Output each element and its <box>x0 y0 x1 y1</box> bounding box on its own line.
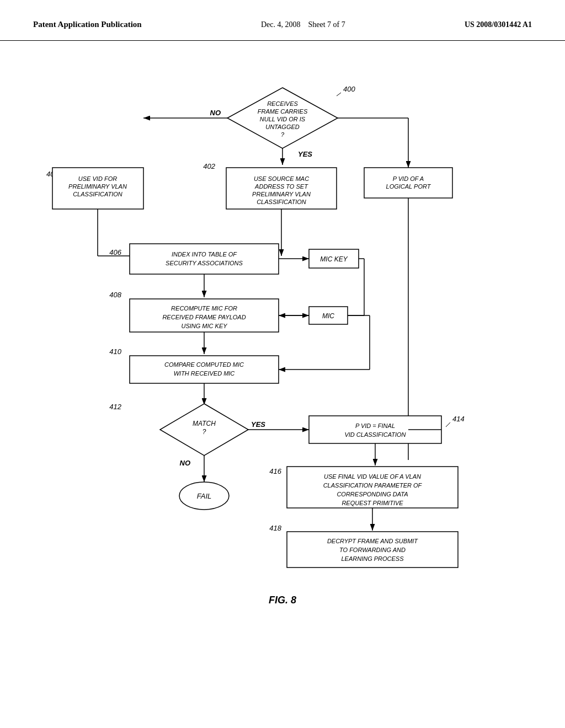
svg-text:UNTAGGED: UNTAGGED <box>265 124 300 130</box>
label-418: 418 <box>269 524 281 532</box>
no-label-400: NO <box>210 109 221 117</box>
no-label-412: NO <box>180 459 191 467</box>
svg-text:PRELIMINARY VLAN: PRELIMINARY VLAN <box>252 191 311 197</box>
svg-text:?: ? <box>202 428 206 436</box>
header-date-sheet: Dec. 4, 2008 Sheet 7 of 7 <box>261 20 345 29</box>
node-412-text: MATCH <box>193 420 216 427</box>
label-410: 410 <box>109 347 121 356</box>
svg-text:LOGICAL PORT: LOGICAL PORT <box>386 183 431 190</box>
node-414-text: P VID = FINAL <box>355 422 395 429</box>
svg-text:CLASSIFICATION: CLASSIFICATION <box>257 199 306 205</box>
svg-text:WITH RECEIVED MIC: WITH RECEIVED MIC <box>174 370 235 377</box>
svg-text:VID CLASSIFICATION: VID CLASSIFICATION <box>344 431 406 438</box>
svg-text:CLASSIFICATION PARAMETER OF: CLASSIFICATION PARAMETER OF <box>323 482 423 489</box>
label-408: 408 <box>109 291 121 299</box>
node-416-text: USE FINAL VID VALUE OF A VLAN <box>324 473 421 480</box>
header-patent-number: US 2008/0301442 A1 <box>465 20 532 29</box>
yes-label-400: YES <box>298 150 312 158</box>
svg-rect-25 <box>130 244 279 274</box>
label-406: 406 <box>109 248 121 256</box>
svg-rect-40 <box>130 356 279 383</box>
node-mic: MIC <box>322 312 334 320</box>
label-402: 402 <box>203 162 215 170</box>
svg-text:CLASSIFICATION: CLASSIFICATION <box>73 191 122 197</box>
svg-text:CORRESPONDING DATA: CORRESPONDING DATA <box>337 491 408 497</box>
flowchart-container: RECEIVES FRAME CARRIES NULL VID OR IS UN… <box>0 46 565 697</box>
node-408-text: RECOMPUTE MIC FOR <box>171 305 237 312</box>
svg-text:?: ? <box>281 131 285 138</box>
svg-line-6 <box>337 93 341 96</box>
header-publication: Patent Application Publication <box>33 20 142 29</box>
yes-label-412: YES <box>251 420 265 429</box>
svg-text:FRAME CARRIES: FRAME CARRIES <box>258 108 308 115</box>
node-use-source-mac: USE SOURCE MAC <box>254 175 309 182</box>
flowchart-svg: RECEIVES FRAME CARRIES NULL VID OR IS UN… <box>0 46 565 697</box>
svg-text:NULL VID OR IS: NULL VID OR IS <box>260 116 306 122</box>
svg-text:REQUEST PRIMITIVE: REQUEST PRIMITIVE <box>342 500 403 506</box>
svg-text:ADDRESS TO SET: ADDRESS TO SET <box>254 183 308 190</box>
label-400: 400 <box>343 85 355 93</box>
svg-line-49 <box>446 422 450 427</box>
svg-text:TO FORWARDING AND: TO FORWARDING AND <box>339 547 406 553</box>
svg-text:LEARNING PROCESS: LEARNING PROCESS <box>341 555 404 562</box>
node-mic-key: MIC KEY <box>320 255 348 263</box>
svg-text:SECURITY ASSOCIATIONS: SECURITY ASSOCIATIONS <box>166 260 243 266</box>
node-pvid-logical-port: P VID OF A <box>393 175 424 182</box>
label-414: 414 <box>452 415 465 423</box>
page-header: Patent Application Publication Dec. 4, 2… <box>0 0 565 41</box>
node-418-text: DECRYPT FRAME AND SUBMIT <box>327 538 418 544</box>
node-406-text: INDEX INTO TABLE OF <box>172 251 237 258</box>
node-410-text: COMPARE COMPUTED MIC <box>164 361 244 368</box>
node-fail: FAIL <box>197 492 212 500</box>
svg-text:USING MIC KEY: USING MIC KEY <box>181 323 227 329</box>
figure-label: FIG. 8 <box>269 595 296 606</box>
label-412: 412 <box>109 403 121 411</box>
svg-text:RECEIVED FRAME PAYLOAD: RECEIVED FRAME PAYLOAD <box>162 314 246 320</box>
node-404-text: USE VID FOR <box>78 175 117 182</box>
node-400-text: RECEIVES <box>267 100 298 107</box>
label-416: 416 <box>269 467 281 475</box>
svg-text:PRELIMINARY VLAN: PRELIMINARY VLAN <box>68 183 127 190</box>
